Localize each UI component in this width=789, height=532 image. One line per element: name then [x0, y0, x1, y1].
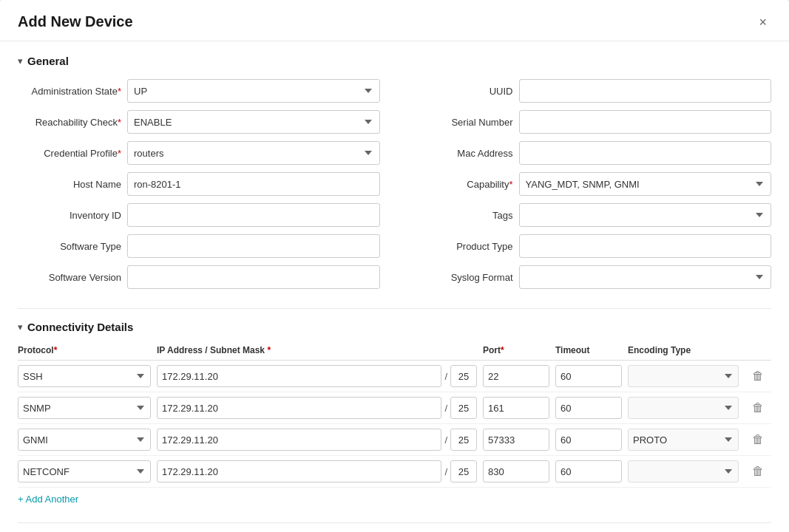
timeout-input-2[interactable] [555, 397, 622, 419]
software-type-row: Software Type [18, 234, 380, 258]
delete-row-3[interactable]: 🗑 [745, 432, 771, 448]
syslog-select[interactable] [519, 265, 772, 289]
general-right-col: UUID Serial Number Mac Address Capabilit… [410, 79, 772, 296]
col-ip: IP Address / Subnet Mask * [157, 345, 477, 355]
connectivity-section-header[interactable]: ▾ Connectivity Details [18, 321, 771, 333]
inventory-input[interactable] [127, 203, 380, 227]
encoding-select-1[interactable]: PROTO [628, 365, 739, 387]
credential-row: Credential Profile* routers [18, 141, 380, 165]
modal-title: Add New Device [18, 13, 133, 30]
encoding-select-3[interactable]: PROTO [628, 429, 739, 451]
hostname-row: Host Name [18, 172, 380, 196]
connectivity-table-header: Protocol* IP Address / Subnet Mask * Por… [18, 345, 771, 361]
admin-state-row: Administration State* UP DOWN [18, 79, 380, 103]
software-type-input[interactable] [127, 234, 380, 258]
protocol-select-2[interactable]: SNMPSSHGNMINETCONF [18, 397, 151, 419]
protocol-select-3[interactable]: GNMISSHSNMPNETCONF [18, 429, 151, 451]
encoding-select-2[interactable]: PROTO [628, 397, 739, 419]
serial-input[interactable] [519, 110, 772, 134]
admin-state-select[interactable]: UP DOWN [127, 79, 380, 103]
credential-select[interactable]: routers [127, 141, 380, 165]
subnet-input-4[interactable] [450, 460, 477, 482]
divider-2 [18, 522, 771, 523]
software-version-label: Software Version [18, 272, 121, 283]
tags-select[interactable] [519, 203, 772, 227]
delete-row-4[interactable]: 🗑 [745, 463, 771, 480]
mac-label: Mac Address [410, 148, 513, 159]
timeout-input-3[interactable] [555, 429, 622, 451]
delete-row-2[interactable]: 🗑 [745, 400, 771, 416]
ip-subnet-1: / [157, 365, 477, 387]
syslog-label: Syslog Format [410, 272, 513, 283]
reachability-label: Reachability Check* [18, 117, 121, 128]
timeout-input-1[interactable] [555, 365, 622, 387]
capability-label: Capability* [410, 179, 513, 190]
connectivity-table: Protocol* IP Address / Subnet Mask * Por… [18, 345, 771, 488]
inventory-label: Inventory ID [18, 210, 121, 221]
port-input-4[interactable] [483, 460, 549, 482]
connectivity-row-ssh: SSHSNMPGNMINETCONF / PROTO 🗑 [18, 361, 771, 392]
uuid-row: UUID [410, 79, 772, 103]
uuid-label: UUID [410, 86, 513, 97]
software-version-row: Software Version [18, 265, 380, 289]
delete-row-1[interactable]: 🗑 [745, 368, 771, 384]
uuid-input[interactable] [519, 79, 772, 103]
port-input-2[interactable] [483, 397, 549, 419]
reachability-select[interactable]: ENABLE DISABLE [127, 110, 380, 134]
tags-label: Tags [410, 210, 513, 221]
modal-body: ▾ General Administration State* UP DOWN [0, 41, 789, 532]
ip-subnet-4: / [157, 460, 477, 482]
general-section-header[interactable]: ▾ General [18, 55, 771, 67]
software-version-input[interactable] [127, 265, 380, 289]
connectivity-section-title: Connectivity Details [27, 321, 133, 333]
admin-state-label: Administration State* [18, 86, 121, 97]
col-port: Port* [483, 345, 549, 355]
protocol-select-1[interactable]: SSHSNMPGNMINETCONF [18, 365, 151, 387]
timeout-input-4[interactable] [555, 460, 622, 482]
tags-row: Tags [410, 203, 772, 227]
port-input-3[interactable] [483, 429, 549, 451]
mac-row: Mac Address [410, 141, 772, 165]
general-chevron-icon: ▾ [18, 55, 23, 66]
add-another-button[interactable]: + Add Another [18, 488, 78, 511]
slash-4: / [444, 466, 447, 477]
port-input-1[interactable] [483, 365, 549, 387]
syslog-row: Syslog Format [410, 265, 772, 289]
slash-3: / [444, 434, 447, 446]
protocol-select-4[interactable]: NETCONFSSHSNMPGNMI [18, 460, 151, 482]
connectivity-row-gnmi: GNMISSHSNMPNETCONF / PROTO 🗑 [18, 424, 771, 456]
close-button[interactable]: × [754, 14, 771, 30]
product-type-input[interactable] [519, 234, 772, 258]
encoding-select-4[interactable]: PROTO [628, 460, 739, 482]
product-type-label: Product Type [410, 241, 513, 252]
mac-input[interactable] [519, 141, 772, 165]
serial-row: Serial Number [410, 110, 772, 134]
general-section-title: General [27, 55, 69, 67]
slash-1: / [444, 371, 447, 382]
col-timeout: Timeout [555, 345, 622, 355]
connectivity-row-netconf: NETCONFSSHSNMPGNMI / PROTO 🗑 [18, 456, 771, 488]
hostname-input[interactable] [127, 172, 380, 196]
ip-input-2[interactable] [157, 397, 441, 419]
credential-label: Credential Profile* [18, 148, 121, 159]
reachability-row: Reachability Check* ENABLE DISABLE [18, 110, 380, 134]
general-form-grid: Administration State* UP DOWN Reachabili… [18, 79, 771, 296]
hostname-label: Host Name [18, 179, 121, 190]
slash-2: / [444, 403, 447, 414]
subnet-input-2[interactable] [450, 397, 477, 419]
capability-row: Capability* YANG_MDT, SNMP, GNMI [410, 172, 772, 196]
capability-select[interactable]: YANG_MDT, SNMP, GNMI [519, 172, 772, 196]
connectivity-chevron-icon: ▾ [18, 321, 23, 332]
subnet-input-1[interactable] [450, 365, 477, 387]
col-protocol: Protocol* [18, 345, 151, 355]
general-left-col: Administration State* UP DOWN Reachabili… [18, 79, 380, 296]
ip-input-1[interactable] [157, 365, 441, 387]
ip-input-4[interactable] [157, 460, 441, 482]
ip-input-3[interactable] [157, 429, 441, 451]
subnet-input-3[interactable] [450, 429, 477, 451]
serial-label: Serial Number [410, 117, 513, 128]
product-type-row: Product Type [410, 234, 772, 258]
divider-1 [18, 308, 771, 309]
software-type-label: Software Type [18, 241, 121, 252]
connectivity-row-snmp: SNMPSSHGNMINETCONF / PROTO 🗑 [18, 392, 771, 424]
